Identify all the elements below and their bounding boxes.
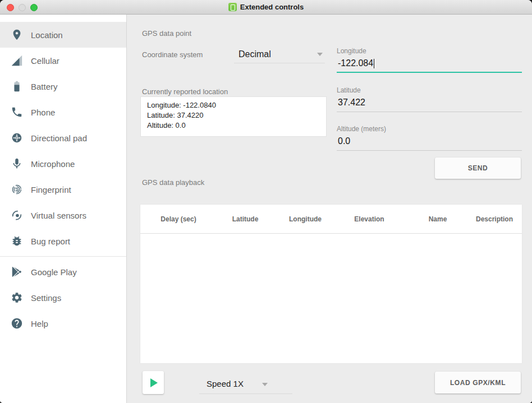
altitude-label: Altitude (meters) bbox=[337, 125, 522, 133]
sidebar-item-help[interactable]: Help bbox=[0, 311, 126, 336]
text-cursor bbox=[374, 59, 374, 68]
chevron-down-icon bbox=[317, 53, 323, 56]
sidebar-item-location[interactable]: Location bbox=[0, 22, 126, 48]
microphone-icon bbox=[11, 158, 23, 170]
column-header-latitude: Latitude bbox=[232, 215, 259, 223]
coordinate-system-select[interactable]: Decimal bbox=[234, 47, 325, 63]
altitude-value: 0.0 bbox=[338, 136, 350, 146]
play-icon bbox=[150, 378, 158, 387]
titlebar: Extended controls bbox=[0, 0, 532, 15]
sidebar-item-virtual-sensors[interactable]: Virtual sensors bbox=[0, 202, 126, 228]
reported-latitude: Latitude: 37.4220 bbox=[147, 110, 320, 121]
sidebar-item-cellular[interactable]: Cellular bbox=[0, 48, 126, 73]
traffic-lights bbox=[0, 0, 38, 15]
window-title: Extended controls bbox=[240, 3, 304, 11]
emulator-app-icon bbox=[228, 3, 237, 11]
sidebar-item-label: Directional pad bbox=[31, 133, 87, 143]
load-gpx-kml-button[interactable]: LOAD GPX/KML bbox=[435, 372, 521, 393]
reported-location-label: Currently reported location bbox=[142, 87, 228, 96]
sidebar-item-settings[interactable]: Settings bbox=[0, 285, 126, 311]
send-button[interactable]: SEND bbox=[435, 158, 521, 179]
sidebar-item-label: Battery bbox=[31, 82, 58, 91]
battery-icon bbox=[11, 80, 23, 92]
sidebar-item-label: Settings bbox=[31, 293, 61, 303]
minimize-button[interactable] bbox=[19, 4, 26, 11]
location-pin-icon bbox=[11, 29, 23, 41]
title-group: Extended controls bbox=[228, 3, 304, 11]
fingerprint-icon bbox=[11, 183, 23, 196]
column-header-longitude: Longitude bbox=[289, 215, 322, 223]
column-header-delay: Delay (sec) bbox=[160, 215, 196, 223]
sidebar-item-google-play[interactable]: Google Play bbox=[0, 259, 126, 285]
question-circle-icon bbox=[11, 317, 23, 330]
sidebar-item-fingerprint[interactable]: Fingerprint bbox=[0, 177, 126, 202]
sidebar-item-label: Bug report bbox=[31, 237, 70, 246]
sidebar-item-phone[interactable]: Phone bbox=[0, 99, 126, 125]
virtual-sensors-icon bbox=[11, 209, 23, 221]
reported-altitude: Altitude: 0.0 bbox=[147, 121, 320, 131]
location-panel: GPS data point Coordinate system Decimal… bbox=[127, 15, 532, 403]
phone-handset-icon bbox=[11, 106, 23, 118]
sidebar-item-bug-report[interactable]: Bug report bbox=[0, 228, 126, 254]
reported-longitude: Longitude: -122.0840 bbox=[147, 100, 320, 110]
sidebar-item-label: Fingerprint bbox=[31, 185, 71, 194]
sidebar: Location Cellular Battery Phone bbox=[0, 15, 127, 403]
reported-location-box: Longitude: -122.0840 Latitude: 37.4220 A… bbox=[140, 96, 327, 137]
coordinate-system-value: Decimal bbox=[234, 47, 325, 62]
latitude-label: Latitude bbox=[337, 86, 522, 94]
longitude-label: Longitude bbox=[337, 47, 522, 55]
directional-pad-icon bbox=[11, 132, 23, 144]
longitude-input[interactable]: Longitude -122.084 bbox=[337, 47, 522, 73]
sidebar-item-label: Google Play bbox=[31, 267, 77, 277]
table-header: Delay (sec) Latitude Longitude Elevation… bbox=[140, 205, 522, 234]
latitude-input[interactable]: Latitude 37.422 bbox=[337, 86, 522, 112]
sidebar-item-label: Location bbox=[31, 30, 63, 40]
sidebar-item-label: Phone bbox=[31, 108, 55, 117]
sidebar-item-label: Microphone bbox=[31, 159, 75, 169]
gear-icon bbox=[11, 291, 23, 304]
gps-playback-table: Delay (sec) Latitude Longitude Elevation… bbox=[140, 205, 522, 363]
gps-playback-label: GPS data playback bbox=[142, 178, 204, 187]
extended-controls-window: Extended controls Location Cellular bbox=[0, 0, 532, 403]
cellular-signal-icon bbox=[11, 54, 23, 67]
latitude-value: 37.422 bbox=[338, 98, 365, 108]
speed-select[interactable]: Speed 1X bbox=[199, 375, 292, 394]
chevron-down-icon bbox=[262, 383, 268, 386]
column-header-elevation: Elevation bbox=[354, 215, 384, 223]
sidebar-item-microphone[interactable]: Microphone bbox=[0, 151, 126, 177]
longitude-value: -122.084 bbox=[338, 58, 373, 68]
play-button[interactable] bbox=[143, 371, 164, 394]
sidebar-divider bbox=[0, 256, 126, 257]
close-button[interactable] bbox=[7, 4, 14, 11]
sidebar-item-battery[interactable]: Battery bbox=[0, 73, 126, 99]
sidebar-item-label: Virtual sensors bbox=[31, 211, 86, 220]
bug-icon bbox=[11, 235, 23, 247]
coordinate-system-label: Coordinate system bbox=[142, 50, 203, 59]
google-play-icon bbox=[11, 266, 23, 278]
zoom-button[interactable] bbox=[30, 4, 38, 11]
gps-data-point-label: GPS data point bbox=[142, 29, 191, 38]
sidebar-item-directional-pad[interactable]: Directional pad bbox=[0, 125, 126, 151]
speed-value: Speed 1X bbox=[199, 375, 292, 393]
table-body[interactable] bbox=[140, 234, 522, 363]
sidebar-item-label: Help bbox=[31, 319, 48, 328]
altitude-input[interactable]: Altitude (meters) 0.0 bbox=[337, 125, 522, 151]
sidebar-item-label: Cellular bbox=[31, 56, 59, 66]
column-header-description: Description bbox=[476, 215, 513, 223]
column-header-name: Name bbox=[429, 215, 447, 223]
